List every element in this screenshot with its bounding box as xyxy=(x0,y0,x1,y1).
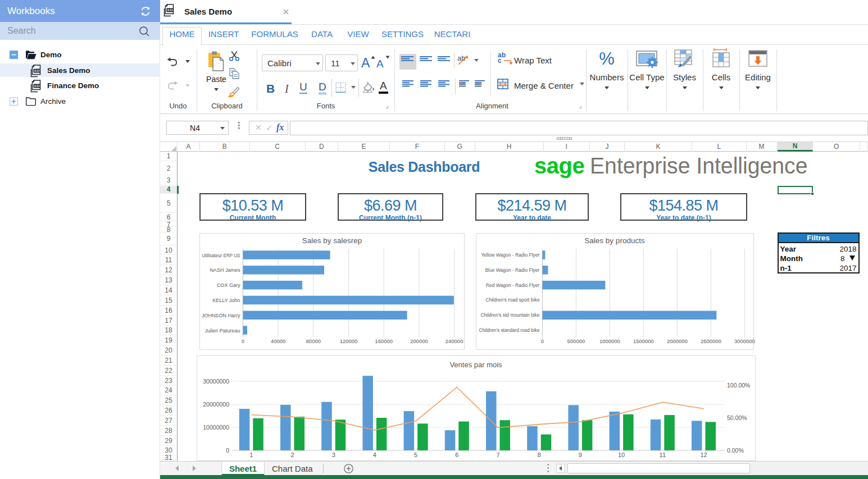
svg-text:COX Gary: COX Gary xyxy=(217,282,240,288)
svg-text:0.00%: 0.00% xyxy=(727,447,744,454)
svg-text:12: 12 xyxy=(700,451,707,458)
svg-text:8: 8 xyxy=(538,451,541,458)
svg-text:9: 9 xyxy=(579,451,582,458)
svg-text:JOHNSON Harry: JOHNSON Harry xyxy=(202,313,240,318)
svg-text:Sales by salesrep: Sales by salesrep xyxy=(302,236,362,245)
svg-text:Ventes par mois: Ventes par mois xyxy=(449,361,502,369)
svg-text:Yellow Wagon - Radio Flyer: Yellow Wagon - Radio Flyer xyxy=(481,252,539,258)
svg-text:11: 11 xyxy=(660,451,666,458)
svg-text:1000000: 1000000 xyxy=(599,338,620,344)
svg-text:2: 2 xyxy=(290,451,294,458)
svg-text:NASH James: NASH James xyxy=(210,267,240,273)
svg-text:40000: 40000 xyxy=(271,338,285,344)
svg-text:100.00%: 100.00% xyxy=(727,382,750,389)
svg-text:10000000: 10000000 xyxy=(203,424,229,431)
svg-text:80000: 80000 xyxy=(306,338,321,344)
svg-text:XLSX: XLSX xyxy=(167,9,174,12)
svg-text:Julien Patureau: Julien Patureau xyxy=(205,328,240,334)
svg-text:Red Wagon - Radio Flyer: Red Wagon - Radio Flyer xyxy=(486,282,540,288)
svg-text:200000: 200000 xyxy=(410,338,428,344)
svg-text:2000000: 2000000 xyxy=(667,338,688,344)
svg-text:2500000: 2500000 xyxy=(701,338,721,344)
svg-text:Utilisateur ERP US: Utilisateur ERP US xyxy=(202,253,240,258)
svg-text:6: 6 xyxy=(455,451,458,458)
svg-text:10: 10 xyxy=(618,451,625,458)
svg-text:Children's standard road bike: Children's standard road bike xyxy=(479,327,539,333)
svg-text:50.00%: 50.00% xyxy=(727,414,747,421)
svg-text:3000000: 3000000 xyxy=(734,338,755,344)
svg-text:KELLY John: KELLY John xyxy=(212,298,240,303)
svg-text:XLSX: XLSX xyxy=(34,85,40,88)
svg-text:160000: 160000 xyxy=(375,338,393,344)
svg-text:30000000: 30000000 xyxy=(203,378,229,385)
svg-text:5: 5 xyxy=(414,451,417,458)
svg-text:XLSX: XLSX xyxy=(34,70,40,72)
svg-text:1: 1 xyxy=(249,451,253,458)
svg-text:0: 0 xyxy=(541,338,544,344)
svg-text:Children's road sport bike: Children's road sport bike xyxy=(485,297,539,303)
svg-text:Sales by products: Sales by products xyxy=(584,236,645,245)
svg-text:3: 3 xyxy=(332,451,335,458)
svg-text:4: 4 xyxy=(373,451,376,458)
svg-text:120000: 120000 xyxy=(340,338,358,344)
svg-text:240000: 240000 xyxy=(446,338,463,344)
svg-text:0: 0 xyxy=(226,447,229,454)
svg-text:Children's std mountain bike: Children's std mountain bike xyxy=(480,312,539,318)
svg-text:7: 7 xyxy=(496,451,499,458)
svg-text:0: 0 xyxy=(242,338,244,344)
svg-text:Blue Wagon - Radio Flyer: Blue Wagon - Radio Flyer xyxy=(485,267,539,273)
svg-text:20000000: 20000000 xyxy=(203,401,229,408)
svg-text:500000: 500000 xyxy=(567,338,585,344)
svg-text:1500000: 1500000 xyxy=(633,338,654,344)
